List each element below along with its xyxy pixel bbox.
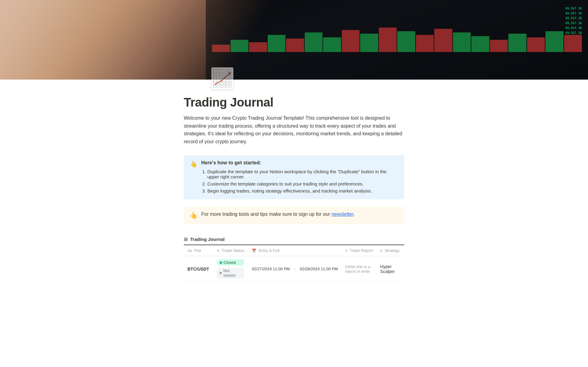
newsletter-text-after: . <box>353 212 355 217</box>
screen-decoration: 49,567.3649,567.3649,567.3649,567.3649,5… <box>565 6 582 36</box>
database-section: ⊞ Trading Journal Aa Pair ✦ Trade Status <box>184 236 404 282</box>
entry-date: 02/27/2024 11:00 PM <box>252 267 290 271</box>
col-trade-status: ✦ Trade Status <box>213 245 248 256</box>
newsletter-text-before: For more trading tools and tips make sur… <box>201 212 331 217</box>
col-icon-entry: 📅 <box>252 249 256 253</box>
col-icon-report: ≡ <box>345 249 347 253</box>
newsletter-link[interactable]: newsletter <box>331 212 353 217</box>
table-header-row: Aa Pair ✦ Trade Status 📅 Entry & Exit <box>184 245 404 256</box>
col-strategy: ≡ Strategy <box>377 245 403 256</box>
col-pair: Aa Pair <box>184 245 213 256</box>
database-title: Trading Journal <box>190 237 225 242</box>
table-row[interactable]: BTC/USDT Closed Not started <box>184 256 404 282</box>
callout-steps-list: Duplicate the template to your Notion wo… <box>201 168 398 194</box>
list-item: Customize the template categories to sui… <box>207 180 398 187</box>
col-type: ⊙ Type <box>403 245 404 256</box>
list-item: Duplicate the template to your Notion wo… <box>207 168 398 180</box>
status-stack: Closed Not started <box>217 259 244 279</box>
trade-report-cell: Either link to a report or write <box>341 256 377 282</box>
col-icon-pair: Aa <box>187 249 192 253</box>
status-badge-closed[interactable]: Closed <box>217 259 244 266</box>
list-item: Begin logging trades, noting strategy ef… <box>207 187 398 194</box>
callout-start-emoji: 👆 <box>190 160 198 168</box>
arrow-icon: → <box>293 267 297 271</box>
database-header: ⊞ Trading Journal <box>184 236 404 245</box>
exit-date: 02/28/2024 11:00 PM <box>300 267 338 271</box>
callout-get-started: 👆 Here's how to get started: Duplicate t… <box>184 155 404 199</box>
pair-cell: BTC/USDT <box>184 256 213 282</box>
callout-newsletter: 👆 For more trading tools and tips make s… <box>184 207 404 224</box>
strategy-cell: Hyper Scalper <box>377 256 403 282</box>
cover-image: 49,567.3649,567.3649,567.3649,567.3649,5… <box>0 0 588 80</box>
database-icon: ⊞ <box>184 236 188 242</box>
page-description: Welcome to your new Crypto Trading Journ… <box>184 114 404 145</box>
trades-table: Aa Pair ✦ Trade Status 📅 Entry & Exit <box>184 245 404 282</box>
table-wrapper: Aa Pair ✦ Trade Status 📅 Entry & Exit <box>184 245 404 282</box>
callout-start-title: Here's how to get started: <box>201 160 398 166</box>
status-badge-not-started[interactable]: Not started <box>217 268 244 279</box>
callout-newsletter-emoji: 👆 <box>190 212 198 219</box>
col-trade-report: ≡ Trade Report <box>341 245 377 256</box>
closed-dot <box>220 261 222 264</box>
col-icon-status: ✦ <box>217 249 220 253</box>
col-icon-strategy: ≡ <box>380 249 383 253</box>
not-started-dot <box>220 272 222 274</box>
entry-exit-cell: 02/27/2024 11:00 PM → 02/28/2024 11:00 P… <box>248 256 341 282</box>
status-cell: Closed Not started <box>213 256 248 282</box>
page-title: Trading Journal <box>184 95 404 109</box>
col-entry-exit: 📅 Entry & Exit <box>248 245 341 256</box>
type-cell: Long <box>403 256 404 282</box>
